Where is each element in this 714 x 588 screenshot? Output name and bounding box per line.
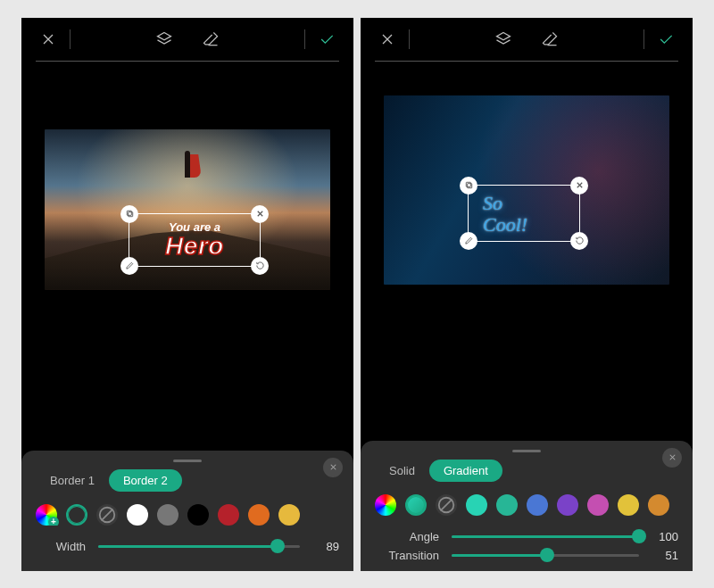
preview-image[interactable]: You are a Hero xyxy=(45,129,330,290)
text-line-2: Cool! xyxy=(477,214,570,235)
color-swatches xyxy=(36,504,339,526)
tab-gradient[interactable]: Gradient xyxy=(429,460,502,482)
color-swatch[interactable] xyxy=(587,494,609,516)
color-swatch-selected[interactable] xyxy=(405,494,427,516)
rotate-handle-icon[interactable] xyxy=(570,232,588,250)
color-swatch[interactable] xyxy=(557,494,578,516)
layers-icon[interactable] xyxy=(491,27,516,52)
canvas-area: You are a Hero xyxy=(21,62,353,451)
duplicate-handle-icon[interactable] xyxy=(120,205,138,223)
eraser-icon[interactable] xyxy=(198,27,223,52)
tab-border-2[interactable]: Border 2 xyxy=(109,469,182,492)
canvas-area: So Cool! xyxy=(361,62,693,441)
slider-width: Width 89 xyxy=(36,540,339,553)
edit-handle-icon[interactable] xyxy=(460,232,477,250)
options-panel: Border 1 Border 2 Width xyxy=(21,451,353,571)
color-swatches xyxy=(375,494,678,516)
panel-grip[interactable] xyxy=(173,460,202,462)
confirm-icon[interactable] xyxy=(314,27,339,52)
options-panel: Solid Gradient Angle xyxy=(361,441,693,571)
slider-thumb[interactable] xyxy=(540,548,554,562)
color-swatch[interactable] xyxy=(248,504,270,526)
divider xyxy=(643,29,644,49)
panel-grip[interactable] xyxy=(512,450,541,452)
text-line-1: So xyxy=(477,193,570,213)
divider xyxy=(304,29,305,49)
color-swatch[interactable] xyxy=(466,494,487,516)
divider xyxy=(70,29,71,49)
slider-track[interactable] xyxy=(98,545,300,548)
color-swatch[interactable] xyxy=(157,504,178,526)
text-line-2: Hero xyxy=(165,232,224,261)
slider-label: Angle xyxy=(375,530,439,543)
preview-image[interactable]: So Cool! xyxy=(384,95,669,285)
text-box[interactable]: You are a Hero xyxy=(129,213,261,267)
color-swatch-selected[interactable] xyxy=(66,504,87,526)
edit-handle-icon[interactable] xyxy=(120,257,138,275)
close-icon[interactable] xyxy=(375,27,400,52)
color-swatch[interactable] xyxy=(218,504,239,526)
rotate-handle-icon[interactable] xyxy=(251,257,269,275)
color-picker-icon[interactable] xyxy=(36,504,57,526)
slider-thumb[interactable] xyxy=(632,529,646,543)
slider-transition: Transition 51 xyxy=(375,549,678,562)
slider-label: Transition xyxy=(375,549,439,562)
layers-icon[interactable] xyxy=(152,27,177,52)
color-swatch[interactable] xyxy=(127,504,148,526)
slider-track[interactable] xyxy=(452,554,639,557)
hero-figure xyxy=(178,145,196,181)
editor-screen-right: So Cool! xyxy=(361,18,693,571)
tab-solid[interactable]: Solid xyxy=(375,460,429,482)
color-swatch[interactable] xyxy=(278,504,300,526)
tabs: Border 1 Border 2 xyxy=(36,469,339,492)
close-icon[interactable] xyxy=(36,27,61,52)
color-swatch[interactable] xyxy=(496,494,518,516)
color-none-icon[interactable] xyxy=(96,504,118,526)
top-toolbar xyxy=(361,18,693,61)
slider-thumb[interactable] xyxy=(270,539,285,553)
eraser-icon[interactable] xyxy=(537,27,562,52)
confirm-icon[interactable] xyxy=(653,27,678,52)
duplicate-handle-icon[interactable] xyxy=(460,177,477,195)
slider-label: Width xyxy=(36,540,86,553)
slider-value: 89 xyxy=(312,540,339,553)
panel-close-icon[interactable] xyxy=(323,458,343,477)
svg-rect-1 xyxy=(127,211,131,215)
tab-border-1[interactable]: Border 1 xyxy=(36,469,109,492)
slider-value: 51 xyxy=(652,549,678,562)
color-none-icon[interactable] xyxy=(436,494,457,516)
divider xyxy=(409,29,410,49)
delete-handle-icon[interactable] xyxy=(251,205,269,223)
color-swatch[interactable] xyxy=(648,494,669,516)
delete-handle-icon[interactable] xyxy=(570,177,588,195)
slider-track[interactable] xyxy=(452,535,639,538)
svg-rect-3 xyxy=(467,184,471,188)
slider-value: 100 xyxy=(652,530,678,543)
tabs: Solid Gradient xyxy=(375,460,678,482)
svg-rect-4 xyxy=(466,182,470,186)
color-swatch[interactable] xyxy=(527,494,548,516)
text-box[interactable]: So Cool! xyxy=(468,185,580,242)
editor-screen-left: You are a Hero xyxy=(21,18,353,571)
panel-close-icon[interactable] xyxy=(662,448,682,468)
svg-rect-0 xyxy=(128,212,132,217)
top-toolbar xyxy=(21,18,353,61)
slider-angle: Angle 100 xyxy=(375,530,678,543)
color-picker-icon[interactable] xyxy=(375,494,396,516)
color-swatch[interactable] xyxy=(618,494,639,516)
color-swatch[interactable] xyxy=(187,504,209,526)
